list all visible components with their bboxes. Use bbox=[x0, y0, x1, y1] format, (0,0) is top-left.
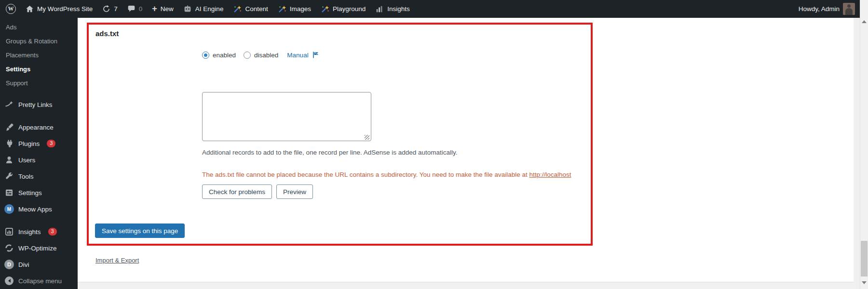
sidebar-item-pretty-links[interactable]: Pretty Links bbox=[0, 96, 78, 113]
sidebar-item-label: Appearance bbox=[18, 124, 54, 131]
plug-icon bbox=[4, 139, 14, 148]
sidebar-item-label: Tools bbox=[18, 173, 34, 180]
magic-wand-icon bbox=[278, 5, 286, 13]
sidebar-item-plugins[interactable]: Plugins 3 bbox=[0, 135, 78, 152]
ads-txt-actions: Check for problems Preview bbox=[202, 184, 313, 199]
collapse-menu-label: Collapse menu bbox=[18, 277, 62, 285]
disabled-radio[interactable] bbox=[244, 52, 251, 59]
playground-menu[interactable]: Playground bbox=[316, 0, 370, 18]
user-icon bbox=[4, 155, 14, 165]
check-for-problems-button[interactable]: Check for problems bbox=[202, 184, 272, 199]
enabled-radio[interactable] bbox=[202, 52, 209, 59]
new-content-menu[interactable]: + New bbox=[147, 0, 178, 18]
sidebar-subitem-ads[interactable]: Ads bbox=[0, 20, 78, 34]
ads-txt-mode-radio-group: enabled disabled Manual bbox=[202, 51, 320, 59]
comment-count: 0 bbox=[139, 5, 143, 13]
sidebar-item-insights[interactable]: Insights 3 bbox=[0, 223, 78, 240]
warning-message: The ads.txt file cannot be placed becaus… bbox=[202, 171, 529, 178]
shooting-star-icon bbox=[4, 100, 14, 109]
pro-flag-icon bbox=[312, 51, 320, 59]
page-scrollbar[interactable] bbox=[860, 0, 868, 289]
wrench-icon bbox=[4, 171, 14, 181]
avatar bbox=[843, 3, 855, 15]
settings-content-panel: ads.txt enabled disabled Manual Addition… bbox=[78, 18, 854, 282]
insights-count-badge: 3 bbox=[48, 228, 57, 236]
records-help-text: Additional records to add to the file, o… bbox=[202, 149, 458, 156]
sidebar-separator bbox=[0, 217, 78, 223]
sidebar-separator bbox=[0, 113, 78, 119]
sliders-icon bbox=[4, 188, 14, 197]
ads-txt-records-textarea[interactable] bbox=[202, 92, 371, 141]
account-menu[interactable]: Howdy, Admin bbox=[794, 0, 860, 18]
sidebar-item-label: Divi bbox=[18, 261, 29, 268]
images-label: Images bbox=[290, 5, 311, 13]
playground-label: Playground bbox=[333, 5, 366, 13]
section-title: ads.txt bbox=[95, 29, 119, 38]
wordpress-logo-icon: W bbox=[6, 4, 16, 14]
sidebar-item-meow-apps[interactable]: M Meow Apps bbox=[0, 201, 78, 217]
sidebar-item-label: Plugins bbox=[18, 140, 40, 147]
insights-icon bbox=[4, 227, 14, 236]
sidebar-item-label: WP-Optimize bbox=[18, 245, 57, 252]
sidebar-subitem-settings[interactable]: Settings bbox=[0, 62, 78, 76]
sidebar-subitem-support[interactable]: Support bbox=[0, 76, 78, 90]
plus-icon: + bbox=[152, 4, 157, 13]
sidebar-subitem-groups-rotation[interactable]: Groups & Rotation bbox=[0, 34, 78, 48]
ai-engine-icon bbox=[183, 5, 192, 13]
localhost-link[interactable]: http://localhost bbox=[529, 171, 571, 178]
bar-chart-icon bbox=[375, 5, 384, 13]
insights-topbar-label: Insights bbox=[387, 5, 410, 13]
images-menu[interactable]: Images bbox=[273, 0, 316, 18]
meow-apps-icon: M bbox=[4, 204, 14, 214]
admin-bar: W My WordPress Site 7 0 + New AI Engine … bbox=[0, 0, 860, 18]
wp-optimize-icon bbox=[4, 243, 14, 253]
sidebar-item-tools[interactable]: Tools bbox=[0, 168, 78, 184]
plugins-count-badge: 3 bbox=[47, 140, 55, 147]
update-count: 7 bbox=[114, 5, 118, 13]
scrollbar-up-button[interactable] bbox=[862, 18, 867, 23]
insights-topbar-menu[interactable]: Insights bbox=[370, 0, 415, 18]
sidebar-item-settings[interactable]: Settings bbox=[0, 184, 78, 201]
import-export-section: Import & Export bbox=[95, 257, 139, 264]
disabled-radio-label[interactable]: disabled bbox=[254, 52, 278, 59]
content-menu[interactable]: Content bbox=[228, 0, 272, 18]
ads-txt-highlighted-section: ads.txt enabled disabled Manual Addition… bbox=[87, 23, 593, 246]
sidebar-item-label: Meow Apps bbox=[18, 206, 52, 213]
home-icon bbox=[26, 5, 34, 13]
save-settings-button[interactable]: Save settings on this page bbox=[95, 223, 185, 238]
ads-txt-warning-text: The ads.txt file cannot be placed becaus… bbox=[202, 171, 571, 178]
collapse-menu-button[interactable]: Collapse menu bbox=[0, 273, 78, 289]
update-icon bbox=[102, 5, 110, 13]
paintbrush-icon bbox=[4, 122, 14, 132]
sidebar-separator bbox=[0, 90, 78, 96]
sidebar-item-label: Insights bbox=[18, 228, 41, 236]
content-label: Content bbox=[245, 5, 268, 13]
sidebar-item-divi[interactable]: D Divi bbox=[0, 256, 78, 273]
enabled-radio-label[interactable]: enabled bbox=[213, 52, 236, 59]
scrollbar-thumb[interactable] bbox=[861, 241, 868, 276]
preview-button[interactable]: Preview bbox=[276, 184, 313, 199]
import-export-link[interactable]: Import & Export bbox=[95, 257, 139, 264]
site-name-menu[interactable]: My WordPress Site bbox=[21, 0, 97, 18]
sidebar-item-label: Users bbox=[18, 157, 35, 164]
divi-icon: D bbox=[4, 260, 14, 269]
topbar-spacer bbox=[415, 0, 794, 18]
sidebar-item-wp-optimize[interactable]: WP-Optimize bbox=[0, 240, 78, 256]
updates-menu[interactable]: 7 bbox=[97, 0, 122, 18]
comments-menu[interactable]: 0 bbox=[122, 0, 148, 18]
sidebar-item-appearance[interactable]: Appearance bbox=[0, 119, 78, 135]
scrollbar-down-button[interactable] bbox=[862, 281, 867, 287]
sidebar-item-label: Pretty Links bbox=[18, 101, 53, 108]
ai-engine-menu[interactable]: AI Engine bbox=[178, 0, 229, 18]
manual-link[interactable]: Manual bbox=[287, 52, 308, 59]
sidebar-subitem-placements[interactable]: Placements bbox=[0, 48, 78, 62]
site-name-label: My WordPress Site bbox=[37, 5, 93, 13]
sidebar-item-users[interactable]: Users bbox=[0, 152, 78, 168]
wordpress-admin-screen: W My WordPress Site 7 0 + New AI Engine … bbox=[0, 0, 868, 289]
ai-engine-label: AI Engine bbox=[195, 5, 224, 13]
comments-icon bbox=[127, 5, 136, 13]
howdy-label: Howdy, Admin bbox=[799, 5, 840, 13]
collapse-arrow-icon bbox=[4, 276, 14, 286]
wordpress-logo-menu[interactable]: W bbox=[0, 0, 21, 18]
new-label: New bbox=[161, 5, 174, 13]
